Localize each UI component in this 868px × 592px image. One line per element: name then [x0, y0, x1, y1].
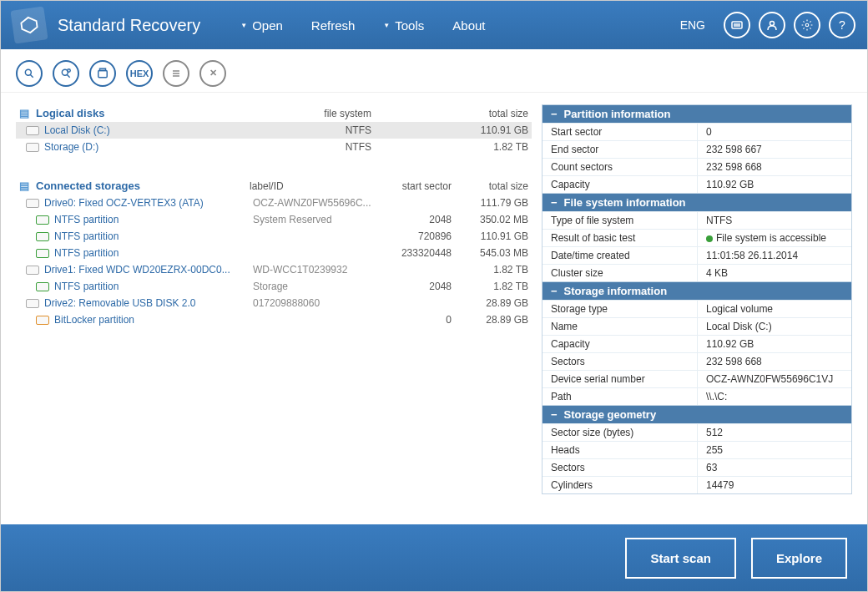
info-row: Sectors232 598 668 — [542, 352, 851, 370]
info-row: Cluster size4 KB — [542, 264, 851, 281]
menu-open-label: Open — [252, 18, 283, 33]
info-key: Name — [542, 318, 698, 335]
info-row: Count sectors232 598 668 — [542, 158, 851, 175]
info-row: Storage typeLogical volume — [542, 300, 851, 317]
info-key: Heads — [542, 442, 698, 458]
info-key: Count sectors — [542, 159, 698, 175]
status-dot-icon — [706, 235, 713, 242]
collapse-icon[interactable]: − — [551, 108, 558, 120]
explore-button[interactable]: Explore — [751, 538, 847, 579]
app-header: Standard Recovery ▼Open Refresh ▼Tools A… — [1, 1, 867, 49]
scan-icon[interactable] — [16, 60, 43, 87]
info-key: Type of file system — [542, 212, 698, 229]
info-value: OCZ-AWNZ0FW55696C1VJ — [698, 371, 851, 387]
partition-row[interactable]: NTFS partition720896110.91 GB — [16, 228, 532, 245]
disk-tree: ▤Logical disksfile systemtotal sizeLocal… — [1, 93, 537, 514]
collapse-icon[interactable]: − — [551, 196, 558, 209]
logical-disk-row[interactable]: Storage (D:)NTFS1.82 TB — [16, 139, 532, 155]
info-value: 512 — [698, 424, 851, 441]
start-scan-button[interactable]: Start scan — [625, 538, 736, 579]
col-label: label/ID — [250, 177, 375, 195]
info-key: Start sector — [542, 124, 698, 140]
menu-open[interactable]: ▼Open — [240, 18, 283, 33]
caret-down-icon: ▼ — [240, 22, 247, 29]
menu-about[interactable]: About — [452, 18, 485, 33]
toolbar: HEX ✕ — [1, 54, 867, 93]
menu-tools-label: Tools — [395, 18, 424, 33]
settings-icon[interactable] — [794, 12, 820, 38]
drive: Drive1: Fixed WDC WD20EZRX-00DC0... — [16, 261, 250, 278]
info-row: Date/time created11:01:58 26.11.2014 — [542, 246, 851, 264]
info-row: Result of basic testFile system is acces… — [542, 229, 851, 246]
info-value: 4 KB — [698, 265, 851, 281]
info-row: Sectors63 — [542, 458, 851, 476]
logical-disk-row[interactable]: Local Disk (C:)NTFS110.91 GB — [16, 122, 532, 139]
info-row: Sector size (bytes)512 — [542, 423, 851, 441]
info-row: Capacity110.92 GB — [542, 175, 851, 193]
menu-tools[interactable]: ▼Tools — [383, 18, 424, 33]
info-value: \\.\C: — [698, 388, 851, 405]
image-icon[interactable] — [89, 60, 116, 87]
partition-row[interactable]: NTFS partition233320448545.03 MB — [16, 245, 532, 261]
info-value: Logical volume — [698, 301, 851, 317]
info-key: Capacity — [542, 336, 698, 352]
info-value: NTFS — [698, 212, 851, 229]
svg-line-9 — [67, 74, 70, 78]
help-icon[interactable]: ? — [829, 12, 855, 38]
panel-geom: −Storage geometrySector size (bytes)512H… — [542, 406, 852, 494]
info-key: Storage type — [542, 301, 698, 317]
header-right: ENG ? — [680, 12, 855, 38]
svg-rect-12 — [100, 68, 106, 70]
app-title: Standard Recovery — [58, 16, 200, 35]
info-value: 11:01:58 26.11.2014 — [698, 247, 851, 264]
collapse-icon[interactable]: − — [551, 285, 558, 297]
info-key: Device serial number — [542, 371, 698, 387]
partition-row[interactable]: BitLocker partition028.89 GB — [16, 311, 532, 328]
resume-scan-icon[interactable] — [53, 60, 79, 87]
info-row: Type of file systemNTFS — [542, 211, 851, 229]
panel-header[interactable]: −Storage geometry — [542, 406, 851, 423]
partition: NTFS partition — [16, 278, 250, 295]
col-filesystem: file system — [250, 104, 375, 122]
info-value: 255 — [698, 442, 851, 458]
close-icon[interactable]: ✕ — [199, 60, 226, 87]
col-start-sector: start sector — [375, 177, 455, 195]
info-value: 232 598 668 — [698, 353, 851, 370]
info-key: Result of basic test — [542, 230, 698, 246]
panel-title: Partition information — [564, 108, 671, 120]
collapse-icon[interactable]: − — [551, 408, 558, 421]
info-row: Cylinders14479 — [542, 476, 851, 493]
info-row: Path\\.\C: — [542, 387, 851, 405]
info-key: Capacity — [542, 176, 698, 193]
panel-title: Storage geometry — [564, 408, 657, 421]
menu-refresh[interactable]: Refresh — [311, 18, 356, 33]
main-menu: ▼Open Refresh ▼Tools About — [240, 18, 485, 33]
svg-point-5 — [805, 23, 809, 27]
panel-header[interactable]: −Storage information — [542, 282, 851, 300]
svg-marker-0 — [21, 17, 38, 34]
info-panel: −Partition informationStart sector0End s… — [537, 93, 867, 514]
list-icon[interactable] — [163, 60, 189, 87]
info-key: End sector — [542, 141, 698, 158]
partition-row[interactable]: NTFS partitionSystem Reserved2048350.02 … — [16, 211, 532, 228]
svg-rect-11 — [98, 70, 108, 77]
info-key: Sectors — [542, 459, 698, 476]
drive: Drive2: Removable USB DISK 2.0 — [16, 295, 250, 311]
drive-row[interactable]: Drive1: Fixed WDC WD20EZRX-00DC0...WD-WC… — [16, 261, 532, 278]
info-value: 63 — [698, 459, 851, 476]
info-key: Sector size (bytes) — [542, 424, 698, 441]
panel-fs: −File system informationType of file sys… — [542, 194, 852, 282]
partition-row[interactable]: NTFS partitionStorage20481.82 TB — [16, 278, 532, 295]
panel-header[interactable]: −File system information — [542, 194, 851, 211]
license-icon[interactable] — [724, 12, 750, 38]
app-logo-icon — [10, 6, 48, 43]
language-selector[interactable]: ENG — [680, 18, 705, 32]
info-row: Heads255 — [542, 441, 851, 458]
panel-header[interactable]: −Partition information — [542, 105, 851, 123]
partition: NTFS partition — [16, 245, 250, 261]
user-icon[interactable] — [759, 12, 785, 38]
drive-row[interactable]: Drive0: Fixed OCZ-VERTEX3 (ATA)OCZ-AWNZ0… — [16, 195, 532, 211]
hex-icon[interactable]: HEX — [126, 60, 153, 87]
info-value: 232 598 667 — [698, 141, 851, 158]
drive-row[interactable]: Drive2: Removable USB DISK 2.00172098880… — [16, 295, 532, 311]
